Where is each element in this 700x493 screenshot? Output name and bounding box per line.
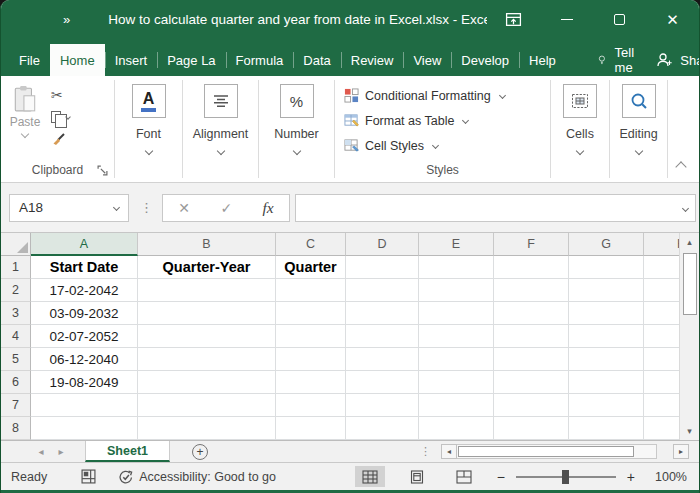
cell-A1[interactable]: Start Date [31,256,138,279]
scroll-right-button[interactable]: ▸ [673,444,689,459]
row-header-5[interactable]: 5 [1,348,31,371]
cell-H2[interactable] [644,279,680,302]
sheet-nav-right-button[interactable]: ▸ [51,441,71,462]
tab-home[interactable]: Home [50,44,105,76]
cell-H3[interactable] [644,302,680,325]
cell-G8[interactable] [569,417,644,440]
zoom-slider[interactable] [516,476,616,478]
cell-A8[interactable] [31,417,138,440]
row-header-2[interactable]: 2 [1,279,31,302]
cell-E6[interactable] [419,371,494,394]
normal-view-button[interactable] [355,466,385,487]
cell-H8[interactable] [644,417,680,440]
column-header-C[interactable]: C [276,233,346,256]
cell-G3[interactable] [569,302,644,325]
cut-button[interactable]: ✂ [51,86,70,103]
number-group-button[interactable]: % Number [259,76,334,182]
column-header-E[interactable]: E [419,233,494,256]
maximize-button[interactable] [593,0,646,38]
cell-A3[interactable]: 03-09-2032 [31,302,138,325]
cell-B2[interactable] [138,279,276,302]
zoom-out-button[interactable]: − [497,469,505,485]
tab-insert[interactable]: Insert [105,44,158,76]
cell-F5[interactable] [494,348,569,371]
cell-D6[interactable] [346,371,419,394]
accessibility-status-button[interactable]: Accessibility: Good to go [118,469,276,485]
column-header-F[interactable]: F [494,233,569,256]
horizontal-scroll-track[interactable] [457,444,657,459]
cell-G5[interactable] [569,348,644,371]
cell-H4[interactable] [644,325,680,348]
cell-B4[interactable] [138,325,276,348]
row-header-6[interactable]: 6 [1,371,31,394]
cell-E5[interactable] [419,348,494,371]
cell-C1[interactable]: Quarter [276,256,346,279]
format-painter-button[interactable] [51,130,70,147]
page-layout-view-button[interactable] [402,466,432,487]
cell-G4[interactable] [569,325,644,348]
add-sheet-button[interactable]: + [192,444,208,460]
cell-F1[interactable] [494,256,569,279]
cell-D7[interactable] [346,394,419,417]
close-button[interactable]: ✕ [646,0,699,38]
cell-H1[interactable] [644,256,680,279]
ribbon-display-options-button[interactable] [487,0,540,38]
cell-styles-button[interactable]: Cell Styles [344,133,550,158]
vertical-scrollbar[interactable]: ▴ ▾ [679,233,699,440]
cell-C8[interactable] [276,417,346,440]
zoom-in-button[interactable]: + [627,469,635,485]
scroll-left-button[interactable]: ◂ [441,444,457,459]
cell-C3[interactable] [276,302,346,325]
tab-page-la[interactable]: Page La [157,44,225,76]
cell-B7[interactable] [138,394,276,417]
cell-B1[interactable]: Quarter-Year [138,256,276,279]
cell-D2[interactable] [346,279,419,302]
zoom-level[interactable]: 100% [651,470,687,484]
cell-C7[interactable] [276,394,346,417]
cell-F8[interactable] [494,417,569,440]
tell-me-button[interactable]: Tell me [590,44,648,76]
macro-record-button[interactable] [81,469,96,484]
cell-B3[interactable] [138,302,276,325]
cell-B8[interactable] [138,417,276,440]
cell-A5[interactable]: 06-12-2040 [31,348,138,371]
formula-bar-expand-icon[interactable] [682,204,689,211]
cell-G1[interactable] [569,256,644,279]
tab-help[interactable]: Help [519,44,566,76]
tab-develop[interactable]: Develop [451,44,519,76]
cell-F4[interactable] [494,325,569,348]
cell-D4[interactable] [346,325,419,348]
tab-review[interactable]: Review [341,44,404,76]
zoom-slider-thumb[interactable] [562,470,569,484]
minimize-button[interactable] [540,0,593,38]
cancel-formula-button[interactable]: ✕ [178,200,190,216]
editing-group-button[interactable]: Editing [610,76,667,182]
cell-B6[interactable] [138,371,276,394]
row-header-4[interactable]: 4 [1,325,31,348]
row-header-3[interactable]: 3 [1,302,31,325]
column-header-B[interactable]: B [138,233,276,256]
row-header-1[interactable]: 1 [1,256,31,279]
tab-formula[interactable]: Formula [226,44,294,76]
sheet-tab-sheet1[interactable]: Sheet1 [85,441,170,462]
row-header-7[interactable]: 7 [1,394,31,417]
column-header-A[interactable]: A [31,233,138,256]
cell-C4[interactable] [276,325,346,348]
cell-H5[interactable] [644,348,680,371]
vertical-scroll-thumb[interactable] [683,253,697,315]
tab-view[interactable]: View [403,44,451,76]
font-group-button[interactable]: A Font [115,76,182,182]
copy-button[interactable] [51,108,70,125]
scroll-up-button[interactable]: ▴ [680,233,699,251]
cell-A7[interactable] [31,394,138,417]
column-header-H[interactable]: H [644,233,680,256]
cell-G2[interactable] [569,279,644,302]
cell-A4[interactable]: 02-07-2052 [31,325,138,348]
cell-B5[interactable] [138,348,276,371]
cell-H7[interactable] [644,394,680,417]
enter-formula-button[interactable]: ✓ [220,200,232,216]
collapse-ribbon-button[interactable] [675,161,686,172]
page-break-preview-button[interactable] [449,466,479,487]
cell-D3[interactable] [346,302,419,325]
cell-D8[interactable] [346,417,419,440]
